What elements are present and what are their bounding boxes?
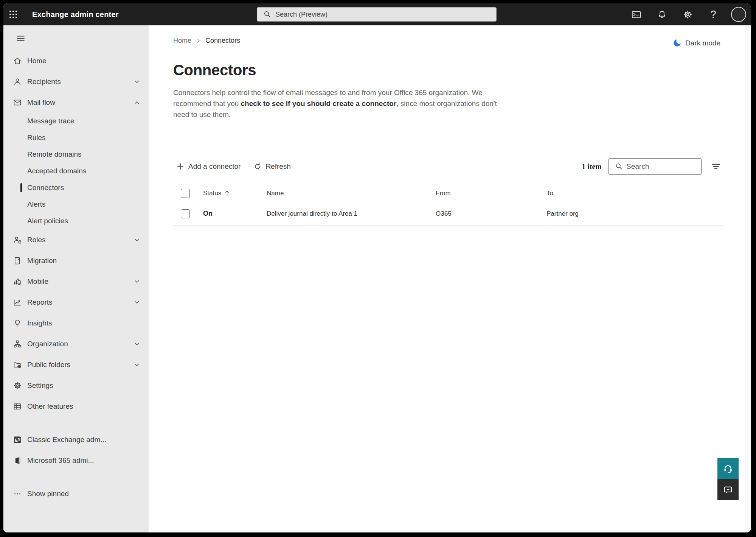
reports-icon (13, 298, 22, 307)
column-header-to[interactable]: To (546, 190, 723, 197)
feedback-button[interactable] (717, 479, 739, 500)
chevron-down-icon (134, 361, 140, 368)
lightbulb-icon (13, 319, 22, 328)
list-search-box[interactable] (609, 158, 702, 175)
org-tree-icon (13, 339, 22, 349)
breadcrumb: Home Connectors (173, 37, 240, 45)
sidebar-item-insights[interactable]: Insights (3, 313, 149, 333)
roles-icon (13, 235, 22, 244)
chevron-right-icon (196, 38, 201, 44)
column-header-from[interactable]: From (436, 190, 546, 197)
sidebar-item-microsoft-365-admin[interactable]: Microsoft 365 admi... (3, 450, 149, 471)
sidebar-item-reports[interactable]: Reports (3, 292, 149, 313)
exchange-admin-window: Exchange admin center (3, 3, 751, 532)
row-to: Partner org (546, 210, 723, 218)
chevron-down-icon (134, 299, 140, 306)
chevron-up-icon (134, 99, 140, 106)
sidebar-item-remote-domains[interactable]: Remote domains (3, 146, 149, 163)
column-header-status[interactable]: Status (203, 190, 267, 197)
chevron-down-icon (134, 341, 140, 347)
sidebar-item-public-folders[interactable]: Public folders (3, 354, 149, 375)
divider (10, 423, 142, 423)
item-count: 1 item (582, 162, 602, 171)
nav-list: Home Recipients (3, 50, 149, 504)
collapse-nav-button[interactable] (12, 31, 29, 46)
global-search-box[interactable] (257, 7, 497, 22)
breadcrumb-home[interactable]: Home (173, 37, 191, 45)
sidebar-item-classic-exchange-admin[interactable]: E Classic Exchange adm... (3, 429, 149, 450)
sidebar-item-alerts[interactable]: Alerts (3, 196, 149, 213)
support-button[interactable] (717, 458, 739, 479)
row-status: On (203, 210, 267, 218)
column-header-name[interactable]: Name (267, 190, 436, 197)
breadcrumb-current: Connectors (205, 37, 240, 45)
sidebar-item-mobile[interactable]: Mobile (3, 271, 149, 292)
sidebar-item-accepted-domains[interactable]: Accepted domains (3, 163, 149, 179)
sidebar-item-recipients[interactable]: Recipients (3, 71, 149, 92)
sidebar-item-mail-flow[interactable]: Mail flow (3, 92, 149, 113)
add-connector-button[interactable]: Add a connector (176, 162, 241, 171)
gear-icon (683, 9, 693, 20)
sort-ascending-icon (224, 190, 230, 196)
row-from: O365 (436, 210, 546, 218)
app-launcher-icon (8, 9, 18, 19)
global-search-input[interactable] (275, 11, 492, 19)
chevron-down-icon (134, 78, 140, 85)
divider (10, 477, 142, 477)
scrollbar-track[interactable] (745, 25, 751, 532)
headset-icon (722, 463, 734, 474)
table-icon (13, 402, 22, 411)
svg-text:E: E (15, 437, 18, 442)
sidebar-item-message-trace[interactable]: Message trace (3, 113, 149, 129)
dark-mode-label: Dark mode (685, 39, 720, 47)
settings-button[interactable] (680, 6, 695, 22)
mobile-icon (13, 277, 22, 286)
sidebar-item-other-features[interactable]: Other features (3, 396, 149, 417)
refresh-button[interactable]: Refresh (253, 162, 291, 171)
help-button[interactable]: ? (705, 6, 721, 22)
dark-mode-toggle[interactable]: Dark mode (672, 38, 720, 48)
search-icon (615, 162, 623, 171)
row-checkbox[interactable] (181, 209, 190, 218)
select-all-checkbox[interactable] (181, 189, 190, 198)
bell-icon (657, 9, 667, 20)
microsoft365-logo-icon (13, 456, 22, 465)
exchange-logo-icon: E (13, 435, 22, 444)
refresh-icon (253, 162, 262, 171)
folder-globe-icon (13, 360, 22, 369)
search-icon (263, 10, 272, 19)
sidebar-item-settings[interactable]: Settings (3, 375, 149, 396)
connectors-table: Status Name From To On Deliver journal d… (173, 185, 723, 226)
sidebar-item-roles[interactable]: Roles (3, 229, 149, 250)
terminal-button[interactable] (628, 6, 644, 22)
main-content: Home Connectors Dark mode Connectors Con… (149, 25, 745, 532)
app-title: Exchange admin center (32, 10, 119, 19)
terminal-icon (631, 9, 641, 20)
topbar-actions: ? (628, 3, 746, 25)
row-name[interactable]: Deliver journal directly to Area 1 (267, 210, 436, 218)
filter-button[interactable] (708, 159, 723, 174)
list-search-input[interactable] (626, 162, 697, 171)
description-link[interactable]: check to see if you should create a conn… (241, 100, 396, 107)
sidebar: Home Recipients (3, 25, 149, 532)
list-toolbar: Add a connector Refresh 1 item (173, 148, 723, 185)
sidebar-item-rules[interactable]: Rules (3, 129, 149, 146)
moon-icon (672, 38, 682, 48)
page-title: Connectors (173, 62, 723, 79)
sidebar-item-organization[interactable]: Organization (3, 333, 149, 354)
table-row[interactable]: On Deliver journal directly to Area 1 O3… (173, 202, 723, 226)
sidebar-item-alert-policies[interactable]: Alert policies (3, 213, 149, 229)
ellipsis-icon (13, 489, 22, 498)
table-header: Status Name From To (173, 185, 723, 202)
account-avatar[interactable] (731, 7, 746, 22)
app-launcher-button[interactable] (3, 3, 23, 25)
sidebar-item-show-pinned[interactable]: Show pinned (3, 483, 149, 504)
notifications-button[interactable] (654, 6, 670, 22)
body: Home Recipients (3, 25, 751, 532)
topbar: Exchange admin center (3, 3, 751, 25)
sidebar-item-migration[interactable]: Migration (3, 250, 149, 271)
sidebar-item-connectors[interactable]: Connectors (3, 179, 149, 196)
sidebar-item-home[interactable]: Home (3, 50, 149, 71)
chevron-down-icon (134, 278, 140, 285)
migration-icon (13, 256, 22, 265)
